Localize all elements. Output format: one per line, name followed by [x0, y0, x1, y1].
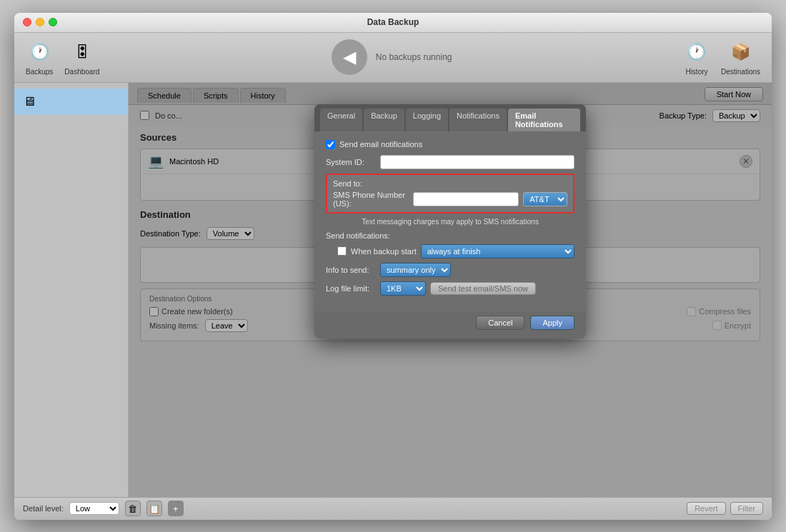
- toolbar-center: ◀ No backups running: [99, 39, 684, 75]
- modal-footer: Cancel Apply: [314, 311, 586, 338]
- main-window: Data Backup 🕐 Backups 🎛 Dashboard ◀ No b…: [14, 13, 772, 520]
- close-button[interactable]: [23, 18, 31, 26]
- duplicate-button[interactable]: 📋: [146, 501, 162, 516]
- history-label: History: [685, 68, 707, 76]
- info-to-send-label: Info to send:: [326, 266, 376, 274]
- system-id-row: System ID:: [326, 155, 574, 169]
- modal-tab-backup[interactable]: Backup: [364, 109, 404, 131]
- delete-button[interactable]: 🗑: [125, 501, 141, 516]
- apply-button[interactable]: Apply: [530, 316, 574, 330]
- modal-overlay: General Backup Logging Notifications Ema…: [129, 83, 772, 497]
- detail-level-select[interactable]: Low Medium High: [69, 502, 119, 515]
- always-at-finish-select[interactable]: always at finish only on error: [421, 244, 574, 259]
- modal-dialog: General Backup Logging Notifications Ema…: [314, 104, 586, 338]
- toolbar-item-destinations[interactable]: 📦 Destinations: [721, 39, 760, 76]
- bottom-actions: Revert Filter: [687, 502, 763, 515]
- send-test-button[interactable]: Send test email/SMS now: [430, 282, 536, 295]
- toolbar-item-dashboard[interactable]: 🎛 Dashboard: [64, 39, 99, 76]
- revert-button[interactable]: Revert: [687, 502, 725, 515]
- modal-tab-email-notifications[interactable]: Email Notifications: [508, 109, 580, 131]
- bottom-bar: Detail level: Low Medium High 🗑 📋 + Reve…: [14, 497, 772, 520]
- detail-level-label: Detail level:: [23, 504, 64, 513]
- sidebar-item-0[interactable]: 🖥: [14, 89, 128, 115]
- dashboard-icon: 🎛: [69, 39, 95, 65]
- info-to-send-row: Info to send: summary only full log: [326, 263, 574, 277]
- toolbar-item-backups[interactable]: 🕐 Backups: [26, 39, 53, 76]
- send-to-label: Send to:: [333, 179, 567, 188]
- sidebar: 🖥: [14, 83, 129, 497]
- main-content: Schedule Scripts History Start Now Do co…: [129, 83, 772, 497]
- modal-tabs: General Backup Logging Notifications Ema…: [314, 104, 586, 131]
- send-to-box: Send to: SMS Phone Number (US): AT&T Ver…: [326, 174, 574, 214]
- send-email-row: Send email notifications: [326, 140, 574, 149]
- send-notifications-label: Send notifications:: [326, 231, 390, 240]
- when-backup-row: When backup start always at finish only …: [326, 244, 574, 259]
- modal-tab-logging[interactable]: Logging: [406, 109, 448, 131]
- dashboard-label: Dashboard: [64, 68, 99, 76]
- backups-label: Backups: [26, 68, 53, 76]
- system-id-label: System ID:: [326, 158, 376, 166]
- toolbar-item-history[interactable]: 🕐 History: [684, 39, 710, 76]
- traffic-lights: [23, 18, 57, 26]
- toolbar: 🕐 Backups 🎛 Dashboard ◀ No backups runni…: [14, 33, 772, 83]
- send-notifications-row: Send notifications:: [326, 231, 574, 240]
- log-file-limit-label: Log file limit:: [326, 284, 376, 293]
- send-email-checkbox[interactable]: [326, 140, 335, 149]
- when-backup-start-checkbox[interactable]: [337, 246, 347, 256]
- content-area: 🖥 Schedule Scripts History Start Now Do …: [14, 83, 772, 497]
- log-file-limit-row: Log file limit: 1KB 10KB 100KB Send test…: [326, 281, 574, 296]
- when-backup-start-label: When backup start: [351, 247, 417, 256]
- sms-carrier-select[interactable]: AT&T Verizon T-Mobile Sprint: [523, 192, 567, 206]
- sidebar-icon-0: 🖥: [23, 94, 36, 109]
- cancel-button[interactable]: Cancel: [476, 316, 524, 330]
- destinations-label: Destinations: [721, 68, 760, 76]
- filter-button[interactable]: Filter: [730, 502, 763, 515]
- window-title: Data Backup: [367, 17, 419, 27]
- info-to-send-select[interactable]: summary only full log: [380, 263, 451, 277]
- sms-label: SMS Phone Number (US):: [333, 191, 409, 208]
- log-file-limit-select[interactable]: 1KB 10KB 100KB: [380, 281, 426, 296]
- modal-body: Send email notifications System ID: Send…: [314, 131, 586, 311]
- destinations-icon: 📦: [727, 39, 753, 65]
- toolbar-right: 🕐 History 📦 Destinations: [684, 39, 760, 76]
- title-bar: Data Backup: [14, 13, 772, 33]
- sms-phone-input[interactable]: [413, 192, 519, 206]
- send-email-label: Send email notifications: [339, 140, 422, 149]
- modal-tab-general[interactable]: General: [320, 109, 362, 131]
- back-arrow-icon[interactable]: ◀: [332, 39, 367, 75]
- add-button[interactable]: +: [168, 501, 184, 516]
- sms-row: SMS Phone Number (US): AT&T Verizon T-Mo…: [333, 191, 567, 208]
- minimize-button[interactable]: [36, 18, 44, 26]
- toolbar-left: 🕐 Backups 🎛 Dashboard: [26, 39, 99, 76]
- backups-icon: 🕐: [26, 39, 52, 65]
- sms-note: Text messaging charges may apply to SMS …: [326, 218, 574, 226]
- modal-tab-notifications[interactable]: Notifications: [449, 109, 507, 131]
- history-icon: 🕐: [684, 39, 710, 65]
- no-backups-label: No backups running: [376, 52, 452, 62]
- zoom-button[interactable]: [49, 18, 57, 26]
- system-id-input[interactable]: [380, 155, 574, 169]
